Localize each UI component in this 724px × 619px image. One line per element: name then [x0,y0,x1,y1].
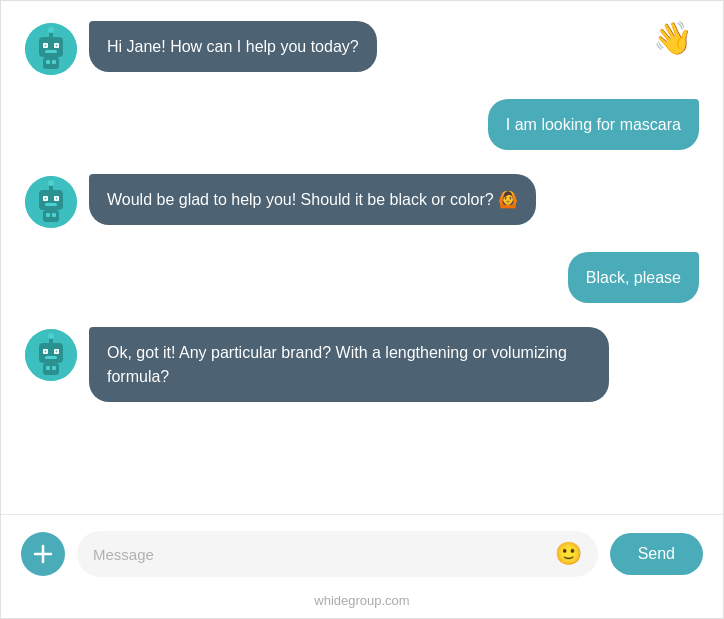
message-row: Black, please [25,252,699,303]
bot-avatar [25,176,77,228]
message-input[interactable] [93,546,547,563]
svg-rect-33 [43,363,59,375]
svg-rect-34 [46,366,50,370]
emoji-icon[interactable]: 🙂 [555,541,582,567]
svg-rect-5 [56,45,58,47]
svg-rect-35 [52,366,56,370]
bot-bubble: Would be glad to help you! Should it be … [89,174,536,225]
svg-rect-4 [45,45,47,47]
svg-rect-10 [46,60,50,64]
svg-rect-11 [52,60,56,64]
chat-area: 👋 [1,1,723,514]
message-row: Hi Jane! How can I help you today? [25,21,699,75]
bot-bubble: Ok, got it! Any particular brand? With a… [89,327,609,401]
svg-rect-29 [56,351,58,353]
bot-avatar [25,23,77,75]
bot-bubble: Hi Jane! How can I help you today? [89,21,377,72]
user-bubble: I am looking for mascara [488,99,699,150]
wave-icon: 👋 [653,19,693,57]
svg-rect-8 [45,50,57,53]
svg-rect-22 [46,213,50,217]
svg-rect-25 [39,343,63,363]
svg-rect-16 [45,198,47,200]
message-row: Ok, got it! Any particular brand? With a… [25,327,699,401]
svg-rect-17 [56,198,58,200]
message-input-wrapper: 🙂 [77,531,598,577]
svg-rect-28 [45,351,47,353]
svg-rect-9 [43,57,59,69]
svg-rect-32 [45,356,57,359]
footer-text: whidegroup.com [1,593,723,618]
add-button[interactable] [21,532,65,576]
svg-point-31 [48,333,54,339]
message-row: I am looking for mascara [25,99,699,150]
svg-point-7 [48,27,54,33]
svg-point-19 [48,180,54,186]
svg-rect-1 [39,37,63,57]
message-row: Would be glad to help you! Should it be … [25,174,699,228]
svg-rect-23 [52,213,56,217]
send-button[interactable]: Send [610,533,703,575]
input-bar: 🙂 Send [1,515,723,593]
plus-icon [32,543,54,565]
bot-avatar [25,329,77,381]
svg-rect-13 [39,190,63,210]
svg-rect-21 [43,210,59,222]
svg-rect-20 [45,203,57,206]
user-bubble: Black, please [568,252,699,303]
